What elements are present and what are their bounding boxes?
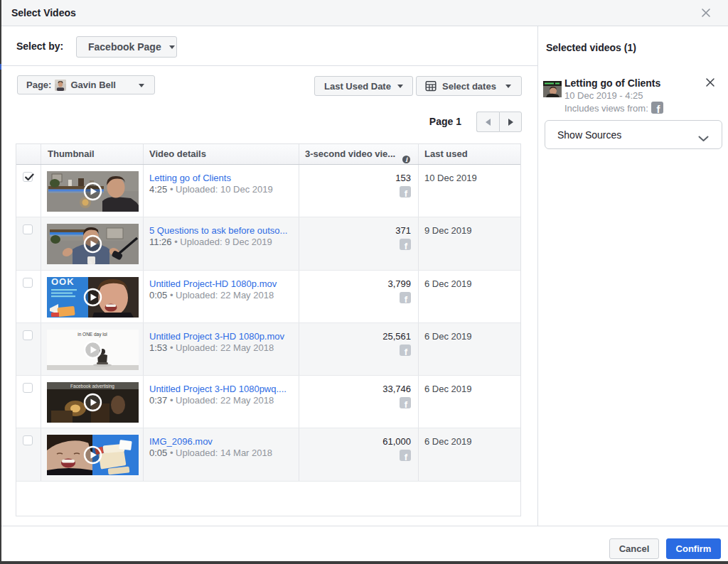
video-thumbnail[interactable]: E <box>47 224 139 264</box>
row-checkbox[interactable] <box>23 435 33 445</box>
facebook-icon: f <box>400 186 411 200</box>
caret-down-icon <box>397 85 403 88</box>
facebook-icon: f <box>400 292 411 306</box>
header-views: 3-second video vie... i <box>299 144 419 164</box>
header-last-used: Last used <box>419 144 520 164</box>
views-count: 25,561 <box>382 331 411 342</box>
dialog-footer: Cancel Confirm <box>1 526 728 561</box>
selected-video-includes-label: Includes views from: <box>564 103 648 114</box>
header-checkbox-column <box>16 144 41 164</box>
video-title-link[interactable]: Untitled Project 3-HD 1080pwq.... <box>149 384 299 395</box>
video-thumbnail[interactable]: in ONE day lol <box>47 330 139 370</box>
videos-table: Thumbnail Video details 3-second video v… <box>16 143 521 516</box>
header-thumbnail: Thumbnail <box>41 144 144 164</box>
caret-down-icon <box>169 45 175 49</box>
table-row: IMG_2096.mov 0:05 • Uploaded: 14 Mar 201… <box>16 428 520 481</box>
last-used-date: 6 Dec 2019 <box>424 384 520 394</box>
close-icon[interactable] <box>701 8 711 18</box>
svg-text:OOK: OOK <box>51 277 75 287</box>
video-subtitle: 11:26 • Uploaded: 9 Dec 2019 <box>149 237 299 248</box>
table-row: E 5 Questions to ask before outso... 11:… <box>16 217 520 270</box>
header-video-details: Video details <box>144 144 299 164</box>
sort-dropdown[interactable]: Last Used Date <box>314 76 413 96</box>
dialog-titlebar: Select Videos <box>1 0 728 26</box>
select-by-dropdown[interactable]: Facebook Page <box>76 36 177 58</box>
selected-videos-heading: Selected videos (1) <box>546 42 636 53</box>
video-thumbnail[interactable]: Facebook advertising <box>47 382 139 423</box>
last-used-date: 10 Dec 2019 <box>424 173 520 183</box>
select-dates-dropdown[interactable]: Select dates <box>416 76 522 96</box>
video-subtitle: 0:05 • Uploaded: 22 May 2018 <box>149 290 299 301</box>
last-used-date: 6 Dec 2019 <box>424 331 520 342</box>
sort-value: Last Used Date <box>324 81 391 92</box>
row-checkbox[interactable] <box>23 278 33 288</box>
select-dates-value: Select dates <box>442 81 496 92</box>
select-videos-dialog: Select Videos Select by: Facebook Page P… <box>1 0 728 561</box>
svg-text:f: f <box>405 347 408 356</box>
svg-text:f: f <box>405 188 408 197</box>
video-title-link[interactable]: 5 Questions to ask before outso... <box>149 225 299 237</box>
next-page-button[interactable] <box>499 112 522 132</box>
table-row: in ONE day lol Untitled Project 3-HD 108… <box>16 323 520 376</box>
calendar-icon <box>425 80 437 92</box>
svg-text:f: f <box>656 104 660 114</box>
facebook-icon: f <box>400 239 411 253</box>
facebook-icon: f <box>400 397 411 411</box>
cancel-button[interactable]: Cancel <box>609 538 659 559</box>
table-row: OOK Untitled Project-HD 10 <box>16 271 520 323</box>
chevron-down-icon <box>698 132 709 145</box>
page-avatar <box>55 80 66 91</box>
facebook-icon: f <box>400 450 411 464</box>
table-row: Letting go of Clients 4:25 • Uploaded: 1… <box>16 165 520 217</box>
video-subtitle: 1:53 • Uploaded: 22 May 2018 <box>149 342 299 354</box>
video-subtitle: 4:25 • Uploaded: 10 Dec 2019 <box>149 184 299 195</box>
video-thumbnail[interactable] <box>47 171 139 212</box>
page-selector-dropdown[interactable]: Page: Gavin Bell <box>17 75 155 94</box>
selected-video-thumbnail <box>543 81 562 97</box>
video-title-link[interactable]: IMG_2096.mov <box>149 436 299 448</box>
svg-text:E: E <box>90 260 92 264</box>
video-title-link[interactable]: Untitled Project 3-HD 1080p.mov <box>149 331 299 342</box>
svg-text:in ONE day lol: in ONE day lol <box>77 332 107 337</box>
video-thumbnail[interactable]: OOK <box>47 277 139 318</box>
caret-down-icon <box>139 84 144 87</box>
confirm-button[interactable]: Confirm <box>666 538 721 559</box>
selected-video-meta: 10 Dec 2019 - 4:25 <box>564 90 643 101</box>
svg-text:f: f <box>405 241 408 250</box>
select-by-value: Facebook Page <box>88 41 161 53</box>
views-count: 371 <box>395 225 411 236</box>
caret-down-icon <box>505 85 511 88</box>
video-thumbnail[interactable] <box>47 435 139 475</box>
table-empty-area <box>16 482 520 516</box>
page-selector-value: Gavin Bell <box>70 80 116 90</box>
select-by-label: Select by: <box>16 40 63 52</box>
last-used-date: 9 Dec 2019 <box>424 225 520 236</box>
video-title-link[interactable]: Letting go of Clients <box>149 173 299 184</box>
last-used-date: 6 Dec 2019 <box>424 436 520 447</box>
svg-text:f: f <box>405 294 408 303</box>
remove-selected-button[interactable] <box>705 77 715 87</box>
page-selector-label: Page: <box>26 80 51 90</box>
table-row: Facebook advertising Untitled Project 3-… <box>16 376 520 428</box>
video-title-link[interactable]: Untitled Project-HD 1080p.mov <box>149 278 299 290</box>
svg-text:f: f <box>405 399 408 408</box>
table-header-row: Thumbnail Video details 3-second video v… <box>16 144 520 165</box>
info-icon[interactable]: i <box>402 151 410 158</box>
video-subtitle: 0:37 • Uploaded: 22 May 2018 <box>149 395 299 406</box>
dialog-title: Select Videos <box>11 0 76 26</box>
svg-text:f: f <box>405 452 408 462</box>
facebook-icon: f <box>651 102 663 116</box>
views-count: 61,000 <box>382 436 411 447</box>
show-sources-dropdown[interactable]: Show Sources <box>545 120 722 149</box>
facebook-icon: f <box>400 345 411 359</box>
prev-page-icon <box>486 119 491 126</box>
row-checkbox[interactable] <box>23 224 33 234</box>
prev-page-button[interactable] <box>476 112 499 132</box>
panel-divider <box>537 26 538 526</box>
video-subtitle: 0:05 • Uploaded: 14 Mar 2018 <box>149 448 299 459</box>
row-checkbox[interactable] <box>23 383 33 393</box>
row-checkbox-checked[interactable] <box>23 172 33 182</box>
row-checkbox[interactable] <box>23 330 33 340</box>
views-count: 33,746 <box>382 384 411 394</box>
select-by-row: Select by: Facebook Page <box>1 26 537 66</box>
